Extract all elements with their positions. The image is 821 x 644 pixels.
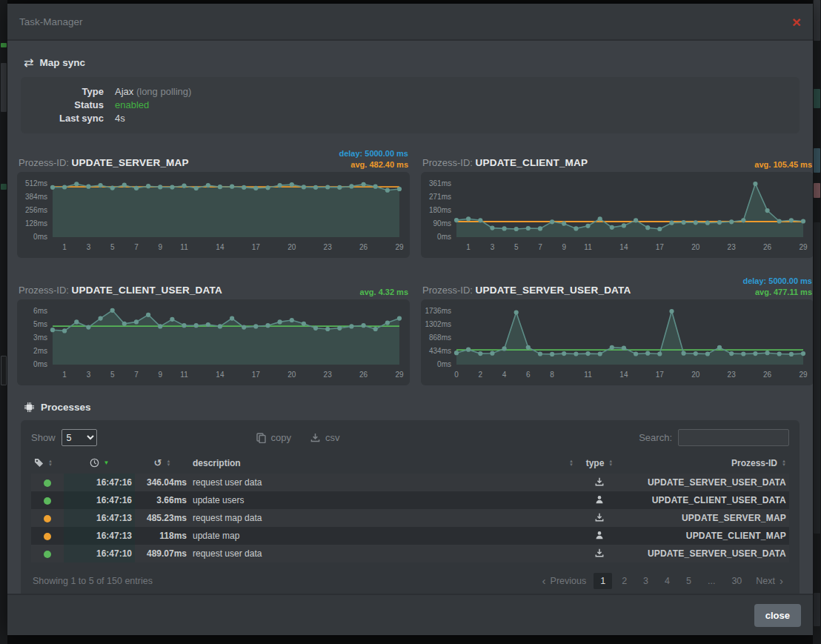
spacer-cell: [557, 491, 576, 509]
pagination: ‹ Previous 12345...30 Next ›: [538, 573, 788, 589]
delay-value: delay: 5000.00 ms: [339, 149, 408, 158]
chart-panel: 1736ms1302ms868ms434ms0ms024681114172023…: [421, 299, 813, 385]
table-row[interactable]: 16:47:16346.04msrequest user dataUPDATE_…: [31, 474, 789, 491]
backdrop-left: [0, 0, 7, 644]
pagination-page[interactable]: 2: [615, 573, 634, 589]
info-row-status: Status enabled: [33, 99, 788, 112]
lastsync-value: 4s: [115, 112, 125, 125]
avg-value: avg. 482.40 ms: [350, 160, 408, 169]
info-row-lastsync: Last sync 4s: [33, 112, 788, 125]
map-sync-title: Map sync: [39, 57, 85, 68]
chart-title: Prozess-ID: UPDATE_CLIENT_MAP: [422, 157, 588, 169]
type-cell: [576, 545, 622, 562]
pagination-page[interactable]: 4: [658, 573, 677, 589]
info-label: Last sync: [33, 112, 104, 125]
status-cell: [31, 527, 64, 545]
table-row[interactable]: 16:47:10489.07msrequest user dataUPDATE_…: [31, 545, 789, 562]
duration-cell: 485.23ms: [135, 509, 190, 527]
svg-text:2ms: 2ms: [33, 347, 47, 355]
modal-body: ⇄ Map sync Type Ajax (long polling) Stat…: [7, 41, 813, 594]
pagination-next[interactable]: Next ›: [751, 573, 788, 589]
sort-desc-icon: ▼: [104, 459, 110, 466]
pagination-page[interactable]: 1: [594, 573, 612, 589]
spacer-cell: [557, 509, 576, 527]
spacer-cell: [557, 527, 576, 545]
svg-text:0: 0: [454, 371, 459, 379]
modal-title: Task-Manager: [19, 16, 83, 27]
sort-status[interactable]: ▲▼: [34, 458, 61, 468]
close-icon[interactable]: ×: [792, 14, 801, 30]
svg-text:17: 17: [252, 243, 261, 251]
pagination-pages: 12345...30: [594, 573, 748, 589]
svg-text:20: 20: [287, 371, 296, 379]
svg-text:29: 29: [799, 371, 808, 379]
svg-text:384ms: 384ms: [25, 193, 47, 201]
svg-text:1302ms: 1302ms: [425, 320, 451, 328]
sort-both-icon: ▲▼: [48, 459, 53, 467]
search-input[interactable]: [678, 429, 789, 446]
svg-text:11: 11: [180, 243, 188, 251]
map-sync-heading: ⇄ Map sync: [24, 56, 802, 70]
sort-duration[interactable]: ↺ ▲▼: [138, 457, 187, 468]
chart-stats: delay: 5000.00 ms avg. 482.40 ms: [339, 149, 408, 169]
svg-text:3: 3: [87, 371, 91, 379]
chevron-right-icon: ›: [780, 577, 783, 585]
svg-text:17: 17: [656, 371, 665, 379]
pagination-page[interactable]: 30: [725, 573, 748, 589]
table-row[interactable]: 16:47:13118msupdate mapUPDATE_CLIENT_MAP: [31, 527, 789, 545]
csv-button[interactable]: csv: [310, 432, 340, 443]
chart-title: Prozess-ID: UPDATE_SERVER_USER_DATA: [422, 285, 631, 296]
svg-text:20: 20: [287, 243, 296, 251]
description-cell: request user data: [190, 545, 557, 562]
prozess-id-cell: UPDATE_CLIENT_USER_DATA: [622, 491, 789, 509]
svg-text:5: 5: [514, 243, 519, 251]
sort-both-icon: ▲▼: [569, 459, 574, 467]
download-icon: [310, 433, 320, 442]
svg-text:4: 4: [502, 371, 507, 379]
type-cell: [576, 474, 622, 491]
chart-block: Prozess-ID: UPDATE_SERVER_MAP delay: 500…: [17, 147, 410, 258]
chart-stats: avg. 105.45 ms: [754, 160, 812, 169]
sort-time[interactable]: ▼: [67, 458, 132, 468]
chart-panel: 512ms384ms256ms128ms0ms13579111417202326…: [17, 172, 410, 258]
status-dot: [44, 497, 51, 505]
entries-summary: Showing 1 to 5 of 150 entries: [33, 576, 153, 586]
svg-text:17: 17: [656, 243, 665, 251]
chart-block: Prozess-ID: UPDATE_SERVER_USER_DATA dela…: [421, 274, 813, 385]
avg-value: avg. 477.11 ms: [755, 288, 812, 296]
backdrop-right: [813, 0, 821, 644]
search-label: Search:: [639, 432, 672, 443]
table-row[interactable]: 16:47:163.66msupdate usersUPDATE_CLIENT_…: [31, 491, 789, 509]
table-row[interactable]: 16:47:13485.23msrequest map dataUPDATE_S…: [31, 509, 789, 527]
description-cell: request map data: [190, 509, 557, 527]
status-dot: [44, 551, 51, 558]
sort-type[interactable]: type ▲▼: [579, 458, 619, 468]
prozess-id-cell: UPDATE_CLIENT_MAP: [622, 527, 789, 545]
svg-text:2: 2: [478, 371, 482, 379]
download-icon: [595, 548, 604, 557]
spacer-cell: [557, 545, 576, 562]
pagination-previous[interactable]: ‹ Previous: [538, 573, 591, 589]
duration-cell: 118ms: [135, 527, 190, 545]
sort-description[interactable]: description: [193, 458, 554, 468]
pagination-page[interactable]: ...: [701, 573, 722, 589]
avg-value: avg. 4.32 ms: [360, 288, 408, 296]
status-cell: [31, 545, 64, 562]
chip-icon: [24, 402, 35, 413]
close-button[interactable]: close: [754, 604, 801, 627]
svg-text:1: 1: [466, 243, 471, 251]
copy-button[interactable]: copy: [256, 432, 291, 443]
svg-text:29: 29: [799, 243, 808, 251]
pagination-page[interactable]: 5: [679, 573, 698, 589]
page-size-select[interactable]: 5: [62, 429, 97, 446]
sort-description-caret[interactable]: ▲▼: [560, 459, 574, 467]
description-cell: update map: [190, 527, 557, 545]
svg-text:271ms: 271ms: [429, 193, 451, 201]
pagination-page[interactable]: 3: [636, 573, 655, 589]
svg-text:3ms: 3ms: [33, 333, 47, 342]
type-column-label: type: [586, 458, 605, 468]
sort-prozess-id[interactable]: Prozess-ID ▲▼: [625, 458, 786, 468]
description-column-label: description: [193, 458, 241, 468]
download-icon: [595, 477, 604, 486]
chart-stats: delay: 5000.00 ms avg. 477.11 ms: [742, 276, 812, 296]
